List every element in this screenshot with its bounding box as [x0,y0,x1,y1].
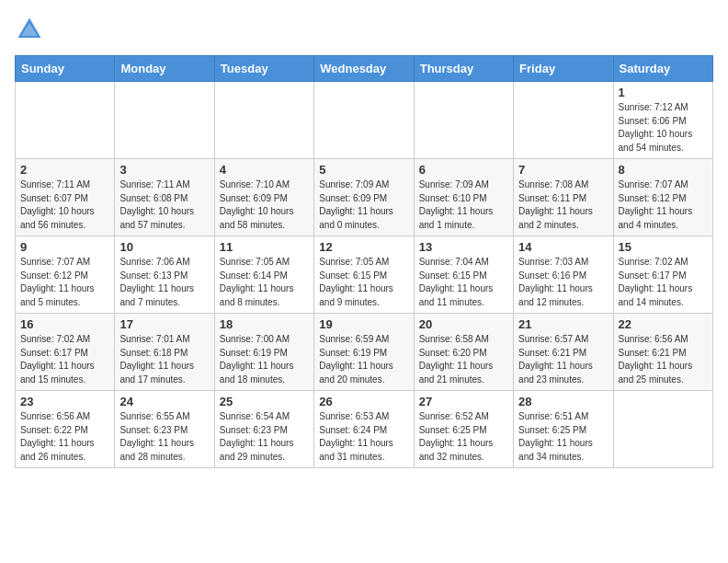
day-number: 22 [619,317,708,331]
weekday-header-thursday: Thursday [414,56,513,82]
calendar-cell: 7Sunrise: 7:08 AM Sunset: 6:11 PM Daylig… [514,159,613,236]
week-row-4: 16Sunrise: 7:02 AM Sunset: 6:17 PM Dayli… [16,314,713,391]
day-detail: Sunrise: 7:03 AM Sunset: 6:16 PM Dayligh… [518,256,608,309]
logo-icon [15,15,44,44]
day-number: 15 [619,240,708,254]
day-detail: Sunrise: 7:12 AM Sunset: 6:06 PM Dayligh… [619,101,708,155]
calendar-cell: 17Sunrise: 7:01 AM Sunset: 6:18 PM Dayli… [115,314,214,391]
day-detail: Sunrise: 6:54 AM Sunset: 6:23 PM Dayligh… [220,410,309,464]
weekday-header-sunday: Sunday [16,56,115,82]
day-number: 10 [119,240,209,254]
day-number: 16 [20,317,109,331]
calendar-cell: 2Sunrise: 7:11 AM Sunset: 6:07 PM Daylig… [16,159,115,236]
calendar-cell: 19Sunrise: 6:59 AM Sunset: 6:19 PM Dayli… [314,314,414,391]
week-row-3: 9Sunrise: 7:07 AM Sunset: 6:12 PM Daylig… [16,236,713,314]
day-detail: Sunrise: 6:57 AM Sunset: 6:21 PM Dayligh… [518,333,608,386]
calendar-cell [314,82,414,159]
day-detail: Sunrise: 7:05 AM Sunset: 6:15 PM Dayligh… [319,256,408,309]
calendar-cell: 25Sunrise: 6:54 AM Sunset: 6:23 PM Dayli… [214,391,313,468]
calendar-cell: 27Sunrise: 6:52 AM Sunset: 6:25 PM Dayli… [414,391,513,468]
day-number: 11 [220,240,309,254]
weekday-header-friday: Friday [514,56,613,82]
day-detail: Sunrise: 7:05 AM Sunset: 6:14 PM Dayligh… [220,256,309,309]
day-number: 25 [220,395,309,408]
day-number: 20 [419,317,508,331]
day-number: 3 [119,163,209,177]
day-detail: Sunrise: 7:11 AM Sunset: 6:08 PM Dayligh… [119,178,209,232]
day-detail: Sunrise: 7:10 AM Sunset: 6:09 PM Dayligh… [220,178,309,232]
day-number: 7 [518,163,608,177]
week-row-2: 2Sunrise: 7:11 AM Sunset: 6:07 PM Daylig… [16,159,713,236]
day-number: 8 [619,163,708,177]
day-detail: Sunrise: 7:11 AM Sunset: 6:07 PM Dayligh… [20,178,109,232]
day-detail: Sunrise: 7:09 AM Sunset: 6:10 PM Dayligh… [419,178,508,232]
calendar-cell: 1Sunrise: 7:12 AM Sunset: 6:06 PM Daylig… [613,82,712,159]
calendar-cell [16,82,115,159]
day-number: 6 [419,163,508,177]
calendar-cell: 10Sunrise: 7:06 AM Sunset: 6:13 PM Dayli… [115,236,214,314]
day-number: 21 [518,317,608,331]
day-number: 1 [619,86,708,99]
calendar-cell: 8Sunrise: 7:07 AM Sunset: 6:12 PM Daylig… [613,159,712,236]
day-detail: Sunrise: 7:02 AM Sunset: 6:17 PM Dayligh… [20,333,109,386]
calendar-cell [613,391,712,468]
day-detail: Sunrise: 7:02 AM Sunset: 6:17 PM Dayligh… [619,256,708,309]
day-detail: Sunrise: 7:04 AM Sunset: 6:15 PM Dayligh… [419,256,508,309]
day-detail: Sunrise: 6:56 AM Sunset: 6:21 PM Dayligh… [619,333,708,386]
weekday-header-saturday: Saturday [613,56,712,82]
calendar-cell: 21Sunrise: 6:57 AM Sunset: 6:21 PM Dayli… [514,314,613,391]
day-detail: Sunrise: 6:52 AM Sunset: 6:25 PM Dayligh… [419,410,508,464]
calendar-cell: 23Sunrise: 6:56 AM Sunset: 6:22 PM Dayli… [16,391,115,468]
calendar-cell: 9Sunrise: 7:07 AM Sunset: 6:12 PM Daylig… [16,236,115,314]
calendar-cell [115,82,214,159]
weekday-header-monday: Monday [115,56,214,82]
weekday-header-row: SundayMondayTuesdayWednesdayThursdayFrid… [16,56,713,82]
day-detail: Sunrise: 6:53 AM Sunset: 6:24 PM Dayligh… [319,410,408,464]
week-row-5: 23Sunrise: 6:56 AM Sunset: 6:22 PM Dayli… [16,391,713,468]
calendar-cell: 12Sunrise: 7:05 AM Sunset: 6:15 PM Dayli… [314,236,414,314]
day-number: 28 [518,395,608,408]
calendar-cell: 11Sunrise: 7:05 AM Sunset: 6:14 PM Dayli… [214,236,313,314]
calendar-cell: 24Sunrise: 6:55 AM Sunset: 6:23 PM Dayli… [115,391,214,468]
calendar-table: SundayMondayTuesdayWednesdayThursdayFrid… [15,55,713,468]
calendar-cell: 26Sunrise: 6:53 AM Sunset: 6:24 PM Dayli… [314,391,414,468]
calendar-cell: 22Sunrise: 6:56 AM Sunset: 6:21 PM Dayli… [613,314,712,391]
calendar-cell: 5Sunrise: 7:09 AM Sunset: 6:09 PM Daylig… [314,159,414,236]
calendar-cell [214,82,313,159]
day-detail: Sunrise: 6:55 AM Sunset: 6:23 PM Dayligh… [119,410,209,464]
calendar-cell: 6Sunrise: 7:09 AM Sunset: 6:10 PM Daylig… [414,159,513,236]
day-number: 13 [419,240,508,254]
day-detail: Sunrise: 6:51 AM Sunset: 6:25 PM Dayligh… [518,410,608,464]
day-number: 26 [319,395,408,408]
weekday-header-tuesday: Tuesday [214,56,313,82]
day-detail: Sunrise: 7:07 AM Sunset: 6:12 PM Dayligh… [20,256,109,309]
day-number: 27 [419,395,508,408]
calendar-cell: 13Sunrise: 7:04 AM Sunset: 6:15 PM Dayli… [414,236,513,314]
page-header [15,15,713,44]
day-number: 5 [319,163,408,177]
day-detail: Sunrise: 7:09 AM Sunset: 6:09 PM Dayligh… [319,178,408,232]
calendar-cell: 20Sunrise: 6:58 AM Sunset: 6:20 PM Dayli… [414,314,513,391]
day-detail: Sunrise: 6:56 AM Sunset: 6:22 PM Dayligh… [20,410,109,464]
day-number: 4 [220,163,309,177]
calendar-cell: 28Sunrise: 6:51 AM Sunset: 6:25 PM Dayli… [514,391,613,468]
calendar-cell [414,82,513,159]
calendar-cell: 14Sunrise: 7:03 AM Sunset: 6:16 PM Dayli… [514,236,613,314]
week-row-1: 1Sunrise: 7:12 AM Sunset: 6:06 PM Daylig… [16,82,713,159]
day-detail: Sunrise: 7:08 AM Sunset: 6:11 PM Dayligh… [518,178,608,232]
day-detail: Sunrise: 7:00 AM Sunset: 6:19 PM Dayligh… [220,333,309,386]
day-number: 18 [220,317,309,331]
day-number: 14 [518,240,608,254]
day-detail: Sunrise: 7:07 AM Sunset: 6:12 PM Dayligh… [619,178,708,232]
day-number: 12 [319,240,408,254]
day-number: 23 [20,395,109,408]
calendar-cell: 16Sunrise: 7:02 AM Sunset: 6:17 PM Dayli… [16,314,115,391]
weekday-header-wednesday: Wednesday [314,56,414,82]
day-detail: Sunrise: 7:01 AM Sunset: 6:18 PM Dayligh… [119,333,209,386]
day-number: 2 [20,163,109,177]
logo [15,15,48,44]
day-number: 19 [319,317,408,331]
calendar-cell: 4Sunrise: 7:10 AM Sunset: 6:09 PM Daylig… [214,159,313,236]
day-number: 24 [119,395,209,408]
calendar-cell: 18Sunrise: 7:00 AM Sunset: 6:19 PM Dayli… [214,314,313,391]
